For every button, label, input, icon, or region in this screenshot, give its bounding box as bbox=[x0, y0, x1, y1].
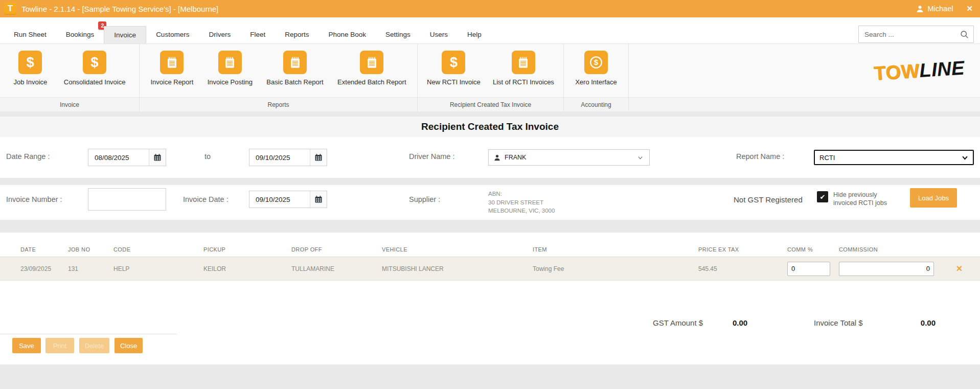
tab-fleet[interactable]: Fleet bbox=[240, 26, 275, 43]
tab-label: Run Sheet bbox=[14, 31, 47, 38]
col-job-no: JOB NO bbox=[68, 246, 113, 253]
user-name: Michael bbox=[927, 5, 953, 13]
col-code: CODE bbox=[113, 246, 203, 253]
col-date: DATE bbox=[20, 246, 68, 253]
to-label: to bbox=[204, 152, 211, 161]
driver-name-select[interactable]: FRANK bbox=[488, 149, 650, 166]
report-name-value: RCTI bbox=[819, 154, 835, 162]
ribbon-group-accounting: $ Xero Interface Accounting bbox=[564, 44, 629, 111]
date-to-value[interactable] bbox=[249, 149, 310, 166]
table-row: 23/09/2025 131 HELP KEILOR TULLAMARINE M… bbox=[0, 257, 980, 281]
supplier-label: Supplier : bbox=[409, 195, 440, 203]
cell-job-no: 131 bbox=[68, 265, 113, 272]
search-icon[interactable] bbox=[960, 30, 969, 39]
action-buttons: Save Print Delete Close bbox=[12, 338, 143, 353]
search-box bbox=[858, 26, 974, 43]
dollar-icon: $ bbox=[442, 51, 465, 74]
towline-logo-icon: T bbox=[4, 3, 16, 15]
extended-batch-report-button[interactable]: Extended Batch Report bbox=[334, 51, 409, 86]
tab-label: Settings bbox=[385, 31, 411, 38]
close-button[interactable]: Close bbox=[115, 338, 143, 353]
close-icon[interactable]: ✕ bbox=[966, 4, 973, 13]
tab-drivers[interactable]: Drivers bbox=[199, 26, 240, 43]
date-from-value[interactable] bbox=[88, 149, 149, 166]
ribbon-group-label: Reports bbox=[140, 97, 417, 111]
dollar-icon: $ bbox=[83, 51, 106, 74]
cell-code: HELP bbox=[113, 265, 203, 272]
page-title: Recipient Created Tax Invoice bbox=[421, 121, 559, 132]
title-bar: T Towline - 2.1.14 - [Sample Towing Serv… bbox=[0, 0, 980, 17]
delete-button[interactable]: Delete bbox=[79, 338, 109, 353]
ribbon-group-rcti: $ New RCTI Invoice List of RCTI Invoices… bbox=[418, 44, 564, 111]
calendar-icon[interactable] bbox=[310, 191, 327, 208]
current-user[interactable]: Michael bbox=[916, 5, 953, 13]
invoice-number-input[interactable] bbox=[88, 188, 166, 211]
tab-phone-book[interactable]: Phone Book bbox=[318, 26, 376, 43]
col-comm-pct: COMM % bbox=[787, 246, 839, 253]
logo-line-text: LINE bbox=[919, 57, 965, 81]
hide-invoiced-checkbox-label: Hide previously invoiced RCTI jobs bbox=[833, 191, 887, 208]
supplier-city: MELBOURNE, VIC, 3000 bbox=[488, 207, 555, 215]
tab-settings[interactable]: Settings bbox=[376, 26, 420, 43]
date-from-input[interactable] bbox=[88, 149, 166, 166]
ribbon-group-invoice: $ Job Invoice $ Consolidated Invoice Inv… bbox=[0, 44, 140, 111]
col-pickup: PICKUP bbox=[203, 246, 291, 253]
invoice-report-button[interactable]: Invoice Report bbox=[147, 51, 196, 86]
driver-name-label: Driver Name : bbox=[409, 152, 454, 161]
towline-brand-logo: TOWLINE bbox=[873, 57, 965, 84]
tab-run-sheet[interactable]: Run Sheet bbox=[4, 26, 56, 43]
notepad-icon bbox=[160, 51, 184, 74]
svg-text:$: $ bbox=[594, 58, 599, 66]
supplier-address: ABN: 30 DRIVER STREET MELBOURNE, VIC, 30… bbox=[488, 190, 555, 215]
calendar-icon[interactable] bbox=[149, 149, 166, 166]
check-icon: ✔ bbox=[820, 193, 826, 201]
hide-invoiced-checkbox[interactable]: ✔ bbox=[817, 191, 828, 202]
tab-users[interactable]: Users bbox=[420, 26, 458, 43]
list-of-rcti-invoices-button[interactable]: List of RCTI Invoices bbox=[490, 51, 557, 86]
jobs-table-header: DATE JOB NO CODE PICKUP DROP OFF VEHICLE… bbox=[0, 242, 980, 257]
logo-tow-text: TOW bbox=[873, 60, 920, 84]
cell-drop-off: TULLAMARINE bbox=[291, 265, 382, 272]
ribbon-group-reports: Invoice Report Invoice Posting Basic Bat… bbox=[140, 44, 418, 111]
cell-vehicle: MITSUBISHI LANCER bbox=[382, 265, 533, 272]
consolidated-invoice-button[interactable]: $ Consolidated Invoice bbox=[61, 51, 129, 86]
load-jobs-button[interactable]: Load Jobs bbox=[910, 188, 957, 208]
calendar-icon[interactable] bbox=[310, 149, 327, 166]
tab-invoice[interactable]: Invoice bbox=[104, 26, 146, 43]
commission-input[interactable] bbox=[839, 262, 934, 276]
col-commission: COMMISSION bbox=[839, 246, 939, 253]
basic-batch-report-button[interactable]: Basic Batch Report bbox=[263, 51, 326, 86]
tab-label: Users bbox=[430, 31, 448, 38]
search-input[interactable] bbox=[859, 31, 960, 38]
new-rcti-invoice-button[interactable]: $ New RCTI Invoice bbox=[424, 51, 484, 86]
supplier-abn: ABN: bbox=[488, 190, 555, 198]
tab-label: Reports bbox=[285, 31, 309, 38]
tab-help[interactable]: Help bbox=[458, 26, 491, 43]
report-name-select[interactable]: RCTI bbox=[814, 150, 974, 165]
invoice-posting-button[interactable]: Invoice Posting bbox=[204, 51, 256, 86]
tab-label: Invoice bbox=[114, 31, 136, 39]
report-name-label: Report Name : bbox=[736, 152, 784, 161]
window-title: Towline - 2.1.14 - [Sample Towing Servic… bbox=[21, 5, 218, 13]
tab-bookings[interactable]: Bookings 2 bbox=[56, 26, 104, 43]
tab-reports[interactable]: Reports bbox=[275, 26, 318, 43]
filters-row-2: Invoice Number : Invoice Date : Supplier… bbox=[0, 185, 980, 220]
driver-icon bbox=[494, 154, 500, 161]
invoice-date-value[interactable] bbox=[249, 191, 310, 208]
rcti-page: Recipient Created Tax Invoice Date Range… bbox=[0, 117, 980, 389]
ribbon-toolbar: $ Job Invoice $ Consolidated Invoice Inv… bbox=[0, 44, 980, 111]
comm-pct-input[interactable] bbox=[787, 262, 830, 276]
job-invoice-button[interactable]: $ Job Invoice bbox=[11, 51, 51, 86]
print-button[interactable]: Print bbox=[45, 338, 74, 353]
user-icon bbox=[916, 5, 924, 13]
invoice-date-label: Invoice Date : bbox=[183, 195, 229, 203]
date-to-input[interactable] bbox=[249, 149, 327, 166]
tab-customers[interactable]: Customers bbox=[146, 26, 199, 43]
button-label: New RCTI Invoice bbox=[427, 78, 481, 86]
delete-row-icon[interactable]: ✕ bbox=[956, 264, 963, 273]
invoice-date-input[interactable] bbox=[249, 191, 327, 208]
towline-app: T Towline - 2.1.14 - [Sample Towing Serv… bbox=[0, 0, 980, 389]
xero-interface-button[interactable]: $ Xero Interface bbox=[572, 51, 620, 86]
save-button[interactable]: Save bbox=[12, 338, 41, 353]
button-label: Invoice Posting bbox=[208, 78, 253, 86]
